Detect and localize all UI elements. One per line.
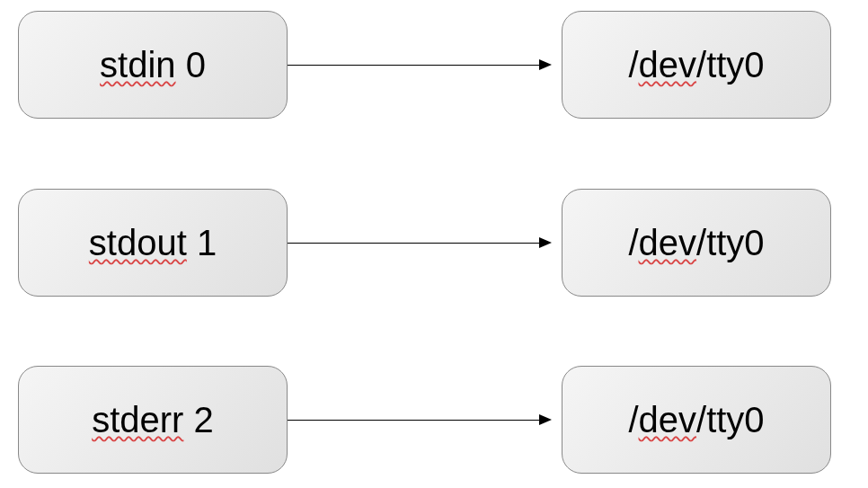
- tty0-label-3: /dev/tty0: [628, 400, 764, 440]
- tty0-pre-3: /: [628, 400, 638, 439]
- tty0-mid-3: dev: [639, 400, 697, 439]
- tty0-mid-1: dev: [639, 45, 697, 84]
- arrow-stderr: [288, 420, 550, 421]
- tty0-label-1: /dev/tty0: [628, 45, 764, 85]
- node-tty-stdin: /dev/tty0: [562, 11, 831, 119]
- node-stdout-label: stdout 1: [89, 223, 217, 263]
- tty0-pre-1: /: [628, 45, 638, 84]
- arrow-stdout: [288, 243, 550, 244]
- node-stdin: stdin 0: [18, 11, 288, 119]
- tty0-label-2: /dev/tty0: [628, 223, 764, 263]
- node-tty-stderr: /dev/tty0: [562, 366, 831, 474]
- stdout-num: 1: [187, 223, 217, 262]
- node-stdout: stdout 1: [18, 189, 288, 297]
- node-stderr-label: stderr 2: [92, 400, 214, 440]
- stdin-text: stdin: [100, 45, 176, 84]
- tty0-post-2: /tty0: [696, 223, 765, 262]
- node-tty-stdout: /dev/tty0: [562, 189, 831, 297]
- arrow-stdin: [288, 65, 550, 66]
- tty0-post-3: /tty0: [696, 400, 765, 439]
- tty0-pre-2: /: [628, 223, 638, 262]
- stdin-num: 0: [176, 45, 206, 84]
- stderr-text: stderr: [92, 400, 183, 439]
- stdout-text: stdout: [89, 223, 187, 262]
- node-stdin-label: stdin 0: [100, 45, 206, 85]
- tty0-post-1: /tty0: [696, 45, 765, 84]
- node-stderr: stderr 2: [18, 366, 288, 474]
- fd-diagram: stdin 0 /dev/tty0 stdout 1 /dev/tty0 std…: [0, 0, 868, 488]
- stderr-num: 2: [183, 400, 213, 439]
- tty0-mid-2: dev: [639, 223, 697, 262]
